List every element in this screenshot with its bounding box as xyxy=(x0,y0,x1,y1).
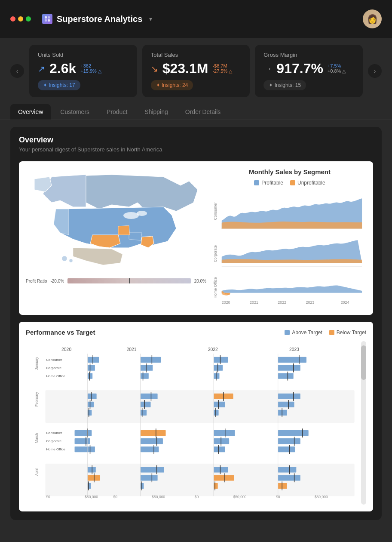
svg-text:Home Office: Home Office xyxy=(46,447,65,451)
svg-text:Corporate: Corporate xyxy=(46,439,61,443)
kpi-margin-arrow: → xyxy=(263,64,272,74)
svg-rect-130 xyxy=(278,467,297,472)
svg-rect-50 xyxy=(88,410,92,416)
svg-rect-42 xyxy=(88,365,95,371)
overview-title: Overview xyxy=(19,136,373,145)
legend-unprofitable: Unprofitable xyxy=(290,180,325,186)
kpi-units-delta1: +362 xyxy=(80,63,101,68)
svg-rect-72 xyxy=(141,402,151,407)
svg-rect-100 xyxy=(214,430,235,436)
svg-rect-64 xyxy=(141,357,161,363)
legend-above-target: Above Target xyxy=(285,330,322,336)
svg-text:2024: 2024 xyxy=(341,300,349,305)
svg-text:$50,000: $50,000 xyxy=(85,495,98,499)
traffic-lights xyxy=(10,16,31,22)
svg-text:Consumer: Consumer xyxy=(46,431,62,435)
svg-text:Consumer: Consumer xyxy=(213,202,217,220)
tab-customers[interactable]: Customers xyxy=(52,104,97,120)
kpi-next-button[interactable]: › xyxy=(368,64,382,78)
kpi-units-insights-button[interactable]: ✦ Insights: 17 xyxy=(38,80,80,90)
svg-rect-114 xyxy=(278,365,300,371)
kpi-margin-delta1: +7.5% xyxy=(328,63,346,68)
svg-text:$0: $0 xyxy=(195,495,199,499)
titlebar-left: Superstore Analytics ▾ xyxy=(10,14,152,24)
svg-text:February: February xyxy=(34,391,39,406)
legend-above-label: Above Target xyxy=(292,330,322,336)
svg-text:2020: 2020 xyxy=(222,300,230,305)
tab-order-details[interactable]: Order Details xyxy=(178,104,228,120)
svg-rect-70 xyxy=(141,394,158,399)
performance-scrollbar[interactable] xyxy=(361,341,366,505)
kpi-prev-button[interactable]: ‹ xyxy=(10,64,24,78)
app-dropdown-icon[interactable]: ▾ xyxy=(149,15,152,22)
svg-rect-122 xyxy=(278,410,287,416)
svg-rect-78 xyxy=(141,438,163,444)
svg-rect-48 xyxy=(88,402,94,407)
kpi-sales-arrow: ↘ xyxy=(151,64,158,74)
avatar[interactable]: 👩 xyxy=(363,9,382,28)
legend-profitable-dot xyxy=(254,180,259,185)
tabs-bar: Overview Customers Product Shipping Orde… xyxy=(0,104,392,120)
minimize-button[interactable] xyxy=(18,16,23,22)
kpi-sales-value: $23.1M xyxy=(162,61,208,77)
svg-text:2023: 2023 xyxy=(289,347,299,352)
svg-rect-102 xyxy=(214,438,229,444)
svg-rect-110 xyxy=(214,483,217,489)
titlebar: Superstore Analytics ▾ 👩 xyxy=(0,0,392,38)
kpi-margin-value-row: → 917.7% +7.5% +0.8% △ xyxy=(263,61,354,77)
svg-rect-86 xyxy=(141,483,144,489)
performance-header: Performance vs Target Above Target Below… xyxy=(26,329,366,336)
kpi-card-total-sales: Total Sales ↘ $23.1M -$8.7M -27.5% △ ✦ I… xyxy=(142,45,250,97)
tab-shipping[interactable]: Shipping xyxy=(137,104,176,120)
svg-text:March: March xyxy=(34,433,39,443)
chart-top: Profit Ratio -20.0% 20.0% Monthly Sales … xyxy=(26,168,366,308)
kpi-margin-insights-button[interactable]: ✦ Insights: 15 xyxy=(263,80,306,90)
svg-rect-104 xyxy=(214,447,225,452)
svg-text:$50,000: $50,000 xyxy=(315,495,328,499)
svg-text:Consumer: Consumer xyxy=(46,358,62,362)
legend-unprofitable-dot xyxy=(290,180,295,185)
kpi-sales-delta: -$8.7M -27.5% △ xyxy=(212,63,232,74)
kpi-units-delta: +362 +15.9% △ xyxy=(80,63,101,74)
svg-rect-116 xyxy=(278,373,294,379)
performance-scrollbar-thumb[interactable] xyxy=(361,345,366,380)
svg-rect-92 xyxy=(214,373,219,379)
svg-rect-58 xyxy=(88,467,96,472)
legend-above-dot xyxy=(285,330,290,335)
svg-text:Home Office: Home Office xyxy=(46,374,65,378)
legend-profitable: Profitable xyxy=(254,180,283,186)
profit-bar-track xyxy=(67,278,190,283)
svg-rect-126 xyxy=(278,438,300,444)
tab-overview[interactable]: Overview xyxy=(10,104,51,120)
svg-point-5 xyxy=(137,211,147,216)
svg-rect-132 xyxy=(278,475,300,480)
svg-text:Corporate: Corporate xyxy=(213,245,217,262)
app-title: Superstore Analytics xyxy=(57,14,142,24)
svg-rect-1 xyxy=(48,16,50,18)
svg-rect-3 xyxy=(48,19,50,22)
close-button[interactable] xyxy=(10,16,15,22)
kpi-margin-delta2: +0.8% △ xyxy=(328,68,346,74)
performance-section: Performance vs Target Above Target Below… xyxy=(19,322,373,511)
maximize-button[interactable] xyxy=(26,16,31,22)
kpi-sales-value-row: ↘ $23.1M -$8.7M -27.5% △ xyxy=(151,61,242,77)
chart-container: Profit Ratio -20.0% 20.0% Monthly Sales … xyxy=(19,161,373,315)
svg-rect-82 xyxy=(141,467,164,472)
profit-bar-marker xyxy=(129,278,130,283)
map-section: Profit Ratio -20.0% 20.0% xyxy=(26,168,206,308)
svg-rect-84 xyxy=(141,475,158,480)
svg-rect-68 xyxy=(141,373,149,379)
svg-rect-52 xyxy=(75,430,92,436)
svg-text:2021: 2021 xyxy=(250,300,258,305)
tab-product[interactable]: Product xyxy=(99,104,135,120)
performance-title: Performance vs Target xyxy=(26,329,95,336)
svg-text:2023: 2023 xyxy=(306,300,315,305)
svg-rect-46 xyxy=(88,394,97,399)
kpi-units-delta2: +15.9% △ xyxy=(80,68,101,74)
kpi-sales-insights-button[interactable]: ✦ Insights: 24 xyxy=(151,80,193,90)
svg-rect-0 xyxy=(45,16,47,18)
legend-below-target: Below Target xyxy=(329,330,366,336)
overview-subtitle: Your personal digest of Superstore sales… xyxy=(19,146,373,153)
svg-rect-134 xyxy=(278,483,287,489)
profit-ratio-max: 20.0% xyxy=(194,279,206,283)
